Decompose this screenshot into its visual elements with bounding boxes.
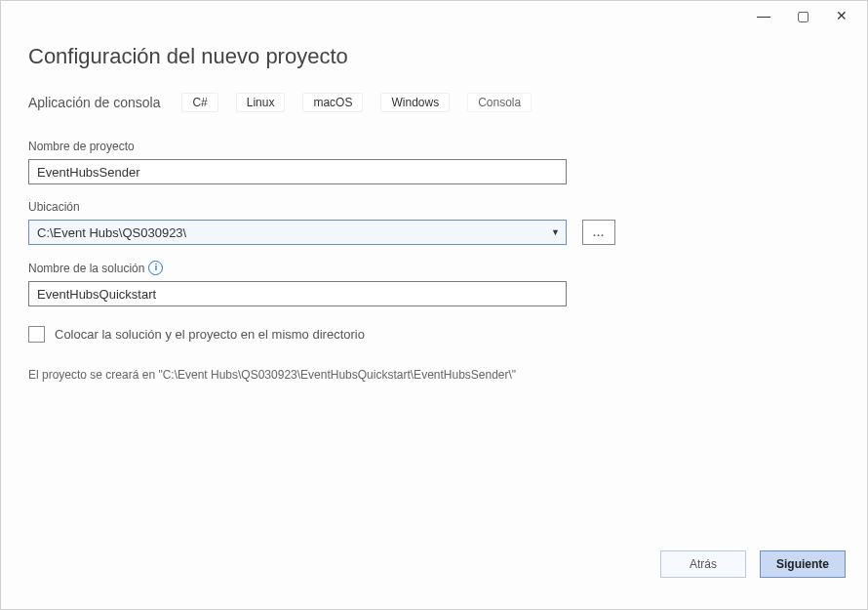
location-row: C:\Event Hubs\QS030923\ ▼ ... — [28, 220, 840, 245]
path-preview: El proyecto se creará en "C:\Event Hubs\… — [28, 368, 840, 382]
info-icon[interactable]: i — [148, 261, 163, 275]
template-name: Aplicación de consola — [28, 95, 160, 110]
close-button[interactable]: ✕ — [822, 5, 861, 26]
project-name-input[interactable] — [28, 159, 567, 184]
location-label: Ubicación — [28, 200, 840, 214]
project-name-label: Nombre de proyecto — [28, 140, 840, 153]
tag-windows: Windows — [380, 93, 450, 112]
footer: Atrás Siguiente — [1, 535, 867, 609]
template-row: Aplicación de consola C# Linux macOS Win… — [28, 93, 840, 112]
same-directory-row: Colocar la solución y el proyecto en el … — [28, 326, 840, 343]
same-directory-label: Colocar la solución y el proyecto en el … — [55, 327, 365, 342]
minimize-button[interactable]: — — [744, 5, 783, 26]
tag-macos: macOS — [302, 93, 363, 112]
location-combo[interactable]: C:\Event Hubs\QS030923\ ▼ — [28, 220, 567, 245]
location-value: C:\Event Hubs\QS030923\ — [37, 225, 186, 240]
back-button[interactable]: Atrás — [660, 550, 746, 578]
titlebar: — ▢ ✕ — [1, 1, 867, 34]
maximize-button[interactable]: ▢ — [783, 5, 822, 26]
solution-name-label-text: Nombre de la solución — [28, 262, 144, 275]
content-area: Configuración del nuevo proyecto Aplicac… — [1, 34, 867, 535]
chevron-down-icon: ▼ — [551, 227, 560, 237]
next-button[interactable]: Siguiente — [760, 550, 846, 578]
same-directory-checkbox[interactable] — [28, 326, 45, 343]
solution-name-label: Nombre de la solución i — [28, 261, 840, 275]
page-title: Configuración del nuevo proyecto — [28, 44, 840, 69]
tag-consola: Consola — [467, 93, 532, 112]
browse-button[interactable]: ... — [582, 220, 615, 245]
new-project-config-window: — ▢ ✕ Configuración del nuevo proyecto A… — [0, 0, 868, 610]
tag-linux: Linux — [236, 93, 286, 112]
solution-name-input[interactable] — [28, 281, 567, 306]
tag-csharp: C# — [181, 93, 217, 112]
